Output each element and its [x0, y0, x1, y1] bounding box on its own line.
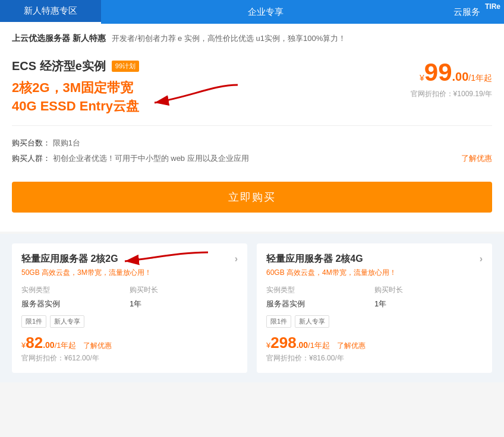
card2-table: 实例类型 购买时长 服务器实例 1年	[266, 285, 483, 309]
tire-badge: TIRe	[481, 0, 504, 13]
nav-tab-new-user[interactable]: 新人特惠专区	[0, 0, 101, 24]
ecs-badge: 99计划	[112, 61, 139, 72]
card1-duration-label: 购买时长	[130, 285, 238, 296]
card2-type-label: 实例类型	[266, 285, 374, 296]
divider-1	[12, 125, 492, 126]
ecs-learn-more[interactable]: 了解优惠	[461, 151, 492, 166]
card2-title-row: 轻量应用服务器 2核4G ›	[266, 253, 483, 265]
card2-price-integer: 298	[270, 334, 296, 352]
card1-table: 实例类型 购买时长 服务器实例 1年	[21, 285, 238, 309]
card2-chevron-icon[interactable]: ›	[480, 254, 483, 264]
card2-price: ¥298.00/1年起 了解优惠	[266, 334, 483, 352]
card1-price-unit: /1年起	[55, 341, 77, 350]
card2-price-unit: /1年起	[308, 341, 330, 350]
ecs-spec-line1: 2核2G，3M固定带宽	[12, 79, 139, 97]
card1-duration-value: 1年	[130, 299, 238, 309]
purchase-count-label: 购买台数：	[12, 138, 51, 147]
purchase-count-row: 购买台数： 限购1台	[12, 135, 492, 151]
ecs-product-card: ¥99.00/1年起 官网折扣价：¥1009.19/年 ECS 经济型e实例 9…	[12, 52, 492, 172]
purchase-count-value: 限购1台	[53, 138, 80, 147]
nav-tab-enterprise[interactable]: 企业专享	[224, 0, 307, 24]
section-title: 上云优选服务器 新人特惠	[12, 33, 106, 44]
buy-button[interactable]: 立即购买	[12, 182, 492, 213]
card2-subtitle: 60GB 高效云盘，4M带宽，流量放心用！	[266, 268, 483, 278]
card2-duration-value: 1年	[374, 299, 483, 309]
buy-btn-wrapper: 立即购买	[12, 182, 492, 213]
card1-chevron-icon[interactable]: ›	[235, 254, 238, 264]
purchase-info: 购买台数： 限购1台 购买人群： 初创企业者优选！可用于中小型的 web 应用以…	[12, 135, 492, 166]
card1-tag2: 新人专享	[50, 315, 84, 328]
card2-tag1: 限1件	[266, 315, 291, 328]
top-nav: 新人特惠专区 企业专享 云服务	[0, 0, 504, 24]
product-card-2: 轻量应用服务器 2核4G › 60GB 高效云盘，4M带宽，流量放心用！ 实例类…	[257, 243, 492, 373]
price-symbol: ¥	[420, 73, 424, 83]
ecs-specs-block: 2核2G，3M固定带宽 40G ESSD Entry云盘	[12, 79, 139, 116]
card2-tags: 限1件 新人专享	[266, 315, 483, 328]
card1-original-price: 官网折扣价：¥612.00/年	[21, 353, 238, 363]
arrow-annotation-1	[143, 73, 250, 115]
card2-type-value: 服务器实例	[266, 299, 374, 309]
card2-title: 轻量应用服务器 2核4G	[266, 253, 363, 265]
price-main: ¥99.00/1年起	[411, 58, 492, 87]
price-amount: 99	[424, 58, 452, 86]
purchase-user-label: 购买人群：	[12, 154, 51, 163]
ecs-spec-line2: 40G ESSD Entry云盘	[12, 97, 139, 116]
card2-duration-label: 购买时长	[374, 285, 483, 296]
card1-subtitle: 50GB 高效云盘，3M带宽，流量放心用！	[21, 268, 238, 278]
card2-tag2: 新人专享	[295, 315, 329, 328]
bottom-section: 轻量应用服务器 2核2G › 50GB 高效云盘，3M带宽，流量放心用！ 实例类…	[0, 234, 504, 382]
price-unit: /1年起	[468, 73, 492, 83]
price-block: ¥99.00/1年起 官网折扣价：¥1009.19/年	[411, 58, 492, 99]
card2-original-price: 官网折扣价：¥816.00/年	[266, 353, 483, 363]
ecs-title: ECS 经济型e实例	[12, 58, 106, 74]
purchase-user-row: 购买人群： 初创企业者优选！可用于中小型的 web 应用以及企业应用	[12, 151, 492, 166]
card1-price-integer: 82	[26, 334, 43, 352]
purchase-user-value: 初创企业者优选！可用于中小型的 web 应用以及企业应用	[53, 154, 249, 163]
card1-tags: 限1件 新人专享	[21, 315, 238, 328]
card2-price-decimal: .00	[297, 340, 308, 350]
card1-learn-more[interactable]: 了解优惠	[83, 341, 112, 351]
section-header: 上云优选服务器 新人特惠 开发者/初创者力荐 e 实例，高性价比优选 u1实例，…	[12, 33, 492, 44]
price-decimal: .00	[452, 70, 469, 83]
card2-learn-more[interactable]: 了解优惠	[337, 341, 366, 351]
card1-tag1: 限1件	[21, 315, 46, 328]
main-content: 上云优选服务器 新人特惠 开发者/初创者力荐 e 实例，高性价比优选 u1实例，…	[0, 24, 504, 232]
card1-type-label: 实例类型	[21, 285, 130, 296]
card1-price-decimal: .00	[43, 340, 54, 350]
product-card-1: 轻量应用服务器 2核2G › 50GB 高效云盘，3M带宽，流量放心用！ 实例类…	[12, 243, 247, 373]
card1-price: ¥82.00/1年起 了解优惠	[21, 334, 238, 352]
card1-title: 轻量应用服务器 2核2G	[21, 253, 118, 265]
card1-title-row: 轻量应用服务器 2核2G ›	[21, 253, 238, 265]
price-original: 官网折扣价：¥1009.19/年	[411, 89, 492, 99]
section-subtitle: 开发者/初创者力荐 e 实例，高性价比优选 u1实例，独享100%算力！	[112, 33, 346, 44]
card1-type-value: 服务器实例	[21, 299, 130, 309]
